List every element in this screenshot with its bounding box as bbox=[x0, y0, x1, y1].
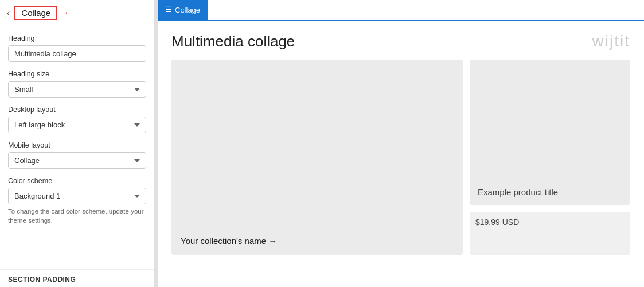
preview-product-card-top: Example product title bbox=[470, 60, 630, 205]
heading-input[interactable] bbox=[8, 45, 146, 62]
color-scheme-select[interactable]: Background 1 Background 2 Accent 1 bbox=[8, 188, 146, 204]
desktop-layout-label: Desktop layout bbox=[8, 106, 146, 114]
heading-size-field-group: Heading size Small Medium Large bbox=[8, 70, 146, 98]
desktop-layout-field-group: Desktop layout Left large block Right la… bbox=[8, 106, 146, 133]
mobile-layout-field-group: Mobile layout Collage Column Row bbox=[8, 141, 146, 169]
heading-size-label: Heading size bbox=[8, 70, 146, 78]
wijtit-logo: wijtit bbox=[592, 32, 630, 51]
sidebar-header: ‹ Collage ← bbox=[0, 0, 154, 26]
back-button[interactable]: ‹ bbox=[7, 9, 10, 18]
preview-product-card-bottom: $19.99 USD bbox=[470, 212, 630, 255]
product-title-text: Example product title bbox=[478, 187, 558, 197]
collage-tab-icon: ☰ bbox=[166, 6, 172, 14]
mobile-layout-select[interactable]: Collage Column Row bbox=[8, 152, 146, 169]
red-arrow-icon: ← bbox=[63, 7, 73, 19]
heading-field-group: Heading bbox=[8, 34, 146, 62]
collage-title-box: Collage bbox=[14, 6, 57, 20]
preview-heading-row: Multimedia collage wijtit bbox=[171, 32, 630, 51]
heading-size-select[interactable]: Small Medium Large bbox=[8, 81, 146, 98]
collage-tab-label: Collage bbox=[175, 6, 200, 14]
preview-left-block: Your collection's name → bbox=[171, 60, 463, 255]
color-scheme-hint: To change the card color scheme, update … bbox=[8, 207, 146, 225]
color-scheme-field-group: Color scheme Background 1 Background 2 A… bbox=[8, 177, 146, 225]
section-padding-heading: SECTION PADDING bbox=[0, 269, 154, 287]
preview-heading-text: Multimedia collage bbox=[171, 33, 295, 51]
collage-tab[interactable]: ☰ Collage bbox=[158, 0, 208, 20]
color-scheme-label: Color scheme bbox=[8, 177, 146, 185]
preview-body: Multimedia collage wijtit Your collectio… bbox=[158, 21, 644, 287]
preview-topbar: ☰ Collage bbox=[158, 0, 644, 21]
preview-right-column: Example product title $19.99 USD bbox=[470, 60, 630, 255]
heading-label: Heading bbox=[8, 34, 146, 42]
main-preview: ☰ Collage Multimedia collage wijtit Your… bbox=[158, 0, 644, 287]
mobile-layout-label: Mobile layout bbox=[8, 141, 146, 149]
collage-title-text: Collage bbox=[21, 8, 50, 18]
preview-grid: Your collection's name → Example product… bbox=[171, 60, 630, 255]
product-price-text: $19.99 USD bbox=[470, 212, 630, 232]
desktop-layout-select[interactable]: Left large block Right large block Grid bbox=[8, 117, 146, 133]
sidebar-content: Heading Heading size Small Medium Large … bbox=[0, 26, 154, 269]
collection-name-link[interactable]: Your collection's name → bbox=[181, 236, 454, 246]
sidebar: ‹ Collage ← Heading Heading size Small M… bbox=[0, 0, 155, 287]
